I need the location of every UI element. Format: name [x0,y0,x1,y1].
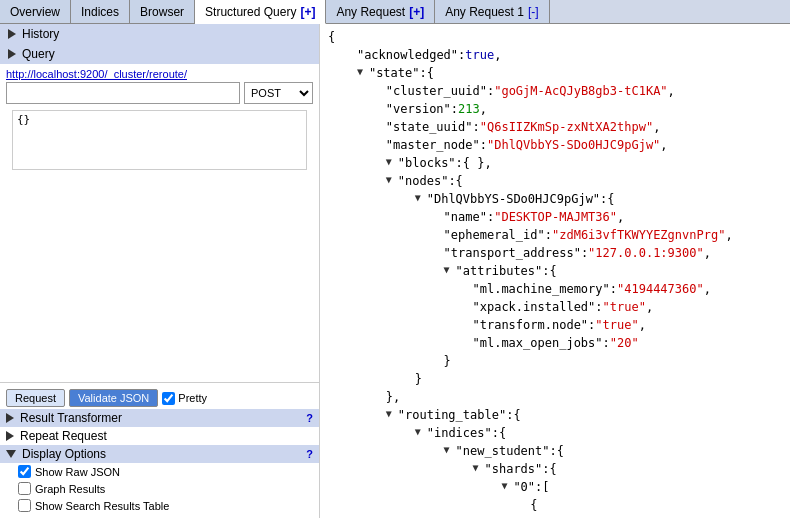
collapse-icon[interactable] [386,406,396,421]
json-key: "shards" [485,460,543,478]
json-value: "20" [610,334,639,352]
json-colon: : [480,136,487,154]
json-key: "state_uuid" [386,118,473,136]
json-value: 213 [458,100,480,118]
tab-browser[interactable]: Browser [130,0,195,23]
json-line: "attributes": { [328,262,782,280]
json-colon: : [419,64,426,82]
json-colon: : [535,478,542,496]
collapse-icon[interactable] [386,154,396,169]
json-colon: : [487,82,494,100]
indent-space [328,46,357,64]
tab-indices-label: Indices [81,5,119,19]
json-comma: , [653,118,660,136]
sidebar-item-history[interactable]: History [0,24,319,44]
indent-space [328,424,415,442]
right-panel[interactable]: { "acknowledged": true, "state": { "clus… [320,24,790,518]
tab-structured-query[interactable]: Structured Query [+] [195,0,326,24]
json-colon: : [550,442,557,460]
left-top: History Query http://localhost:9200/_clu… [0,24,319,382]
result-transformer-row[interactable]: Result Transformer ? [0,409,319,427]
json-colon: : [610,514,617,518]
query-label: Query [22,47,55,61]
json-bracket: } [415,370,422,388]
json-value: { [550,460,557,478]
indent-space [328,154,386,172]
display-options-row[interactable]: Display Options ? [0,445,319,463]
json-line: "acknowledged": true, [328,46,782,64]
history-label: History [22,27,59,41]
json-value: "true" [595,316,638,334]
json-line: "shards": { [328,460,782,478]
json-value: "STARTED" [617,514,682,518]
collapse-icon[interactable] [501,478,511,493]
json-comma: , [668,82,675,100]
collapse-icon[interactable] [415,424,425,439]
json-value: [ [542,478,549,496]
request-tab[interactable]: Request [6,389,65,407]
tab-indices[interactable]: Indices [71,0,130,23]
sidebar-item-query[interactable]: Query [0,44,319,64]
json-key: "master_node" [386,136,480,154]
json-colon: : [542,262,549,280]
json-key: "nodes" [398,172,449,190]
json-colon: : [588,316,595,334]
tab-overview[interactable]: Overview [0,0,71,23]
indent-space [328,262,444,280]
tab-any-request-1[interactable]: Any Request 1 [-] [435,0,549,23]
json-comma: , [660,136,667,154]
json-line: "new_student": { [328,442,782,460]
indent-space [328,370,415,388]
json-comma: , [725,226,732,244]
graph-results-label: Graph Results [35,483,105,495]
query-url-link[interactable]: http://localhost:9200/_cluster/reroute/ [6,68,313,80]
structured-query-add-icon[interactable]: [+] [300,5,315,19]
json-key: "transport_address" [444,244,581,262]
pretty-checkbox[interactable] [162,392,175,405]
indent-space [328,244,444,262]
graph-results-checkbox[interactable] [18,482,31,495]
json-value: { }, [463,154,492,172]
left-panel: History Query http://localhost:9200/_clu… [0,24,320,518]
repeat-request-row[interactable]: Repeat Request [0,427,319,445]
method-select[interactable]: POST GET PUT DELETE HEAD [244,82,313,104]
json-key: "xpack.installed" [473,298,596,316]
body-editor[interactable]: {} [12,110,307,170]
json-line: "master_node": "DhlQVbbYS-SDo0HJC9pGjw", [328,136,782,154]
json-colon: : [542,460,549,478]
json-key: "0" [513,478,535,496]
collapse-icon[interactable] [444,442,454,457]
collapse-icon[interactable] [386,172,396,187]
any-request-1-close-icon[interactable]: [-] [528,5,539,19]
json-line: "nodes": { [328,172,782,190]
display-options-help-icon[interactable]: ? [306,448,313,460]
json-key: "routing_table" [398,406,506,424]
json-value: "zdM6i3vfTKWYYEZgnvnPrg" [552,226,725,244]
result-transformer-help-icon[interactable]: ? [306,412,313,424]
collapse-icon[interactable] [415,190,425,205]
json-line: "ephemeral_id": "zdM6i3vfTKWYYEZgnvnPrg"… [328,226,782,244]
show-search-results-checkbox[interactable] [18,499,31,512]
validate-json-tab[interactable]: Validate JSON [69,389,158,407]
json-colon: : [448,172,455,190]
json-line: "xpack.installed": "true", [328,298,782,316]
collapse-icon[interactable] [444,262,454,277]
any-request-add-icon[interactable]: [+] [409,5,424,19]
collapse-icon[interactable] [473,460,483,475]
json-colon: : [610,280,617,298]
json-line: "blocks": { }, [328,154,782,172]
json-line: "ml.machine_memory": "4194447360", [328,280,782,298]
json-colon: : [451,100,458,118]
tab-spacer [550,0,790,23]
tab-any-request[interactable]: Any Request [+] [326,0,435,23]
json-value: { [513,406,520,424]
collapse-icon[interactable] [357,64,367,79]
tab-overview-label: Overview [10,5,60,19]
json-value: "goGjM-AcQJyB8gb3-tC1KA" [494,82,667,100]
pretty-checkbox-label[interactable]: Pretty [162,392,207,405]
show-raw-json-checkbox[interactable] [18,465,31,478]
display-options-label: Display Options [22,447,106,461]
json-value: { [557,442,564,460]
query-path-input[interactable] [6,82,240,104]
json-key: "version" [386,100,451,118]
